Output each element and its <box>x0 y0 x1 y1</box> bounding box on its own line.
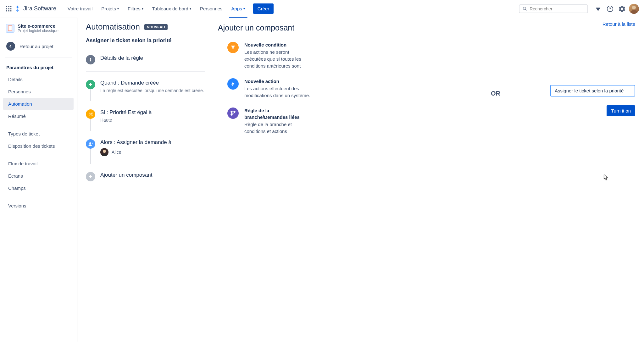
project-icon <box>6 24 14 33</box>
step-if[interactable]: Si : Priorité Est égal à Haute <box>86 106 205 126</box>
sidebar-item-workflow[interactable]: Flux de travail <box>3 157 74 170</box>
project-header: Site e-commerce Projet logiciel classiqu… <box>1 20 75 37</box>
search-box[interactable] <box>519 4 588 13</box>
info-icon <box>86 55 95 64</box>
nav-people[interactable]: Personnes <box>196 4 226 13</box>
svg-rect-0 <box>6 6 7 7</box>
sidebar-item-details[interactable]: Détails <box>3 73 74 86</box>
turn-it-on-button[interactable]: Turn it on <box>607 105 635 116</box>
svg-rect-8 <box>10 10 11 11</box>
nav-dashboards[interactable]: Tableaux de bord▾ <box>148 4 195 13</box>
back-to-project[interactable]: Retour au projet <box>1 37 75 55</box>
component-branch-rule[interactable]: Règle de la branche/Demandes liées Règle… <box>218 108 491 135</box>
profile-avatar[interactable] <box>629 4 639 14</box>
sidebar-item-screens[interactable]: Écrans <box>3 170 74 182</box>
cursor-pointer-icon <box>603 174 609 182</box>
sidebar-item-summary[interactable]: Résumé <box>3 110 74 122</box>
component-new-condition[interactable]: Nouvelle condition Les actions ne seront… <box>218 42 491 69</box>
svg-rect-3 <box>6 8 7 9</box>
project-name: Site e-commerce <box>18 23 58 29</box>
nav-apps[interactable]: Apps▾ <box>228 4 249 13</box>
chevron-down-icon: ▾ <box>142 7 143 10</box>
svg-rect-6 <box>6 10 7 11</box>
rule-name-input[interactable] <box>550 85 635 97</box>
new-lozenge: NOUVEAU <box>144 24 168 30</box>
search-input[interactable] <box>530 6 584 11</box>
rule-subtitle: Assigner le ticket selon la priorité <box>86 37 205 44</box>
or-label: OR <box>491 88 500 99</box>
product-name: Jira Software <box>23 5 56 12</box>
page-title: Automatisation <box>86 22 140 32</box>
sidebar-item-layout[interactable]: Disposition des tickets <box>3 140 74 152</box>
notifications-icon[interactable] <box>593 4 603 14</box>
search-icon <box>523 6 527 11</box>
svg-rect-7 <box>8 10 9 11</box>
sidebar-item-versions[interactable]: Versions <box>3 200 74 212</box>
assign-user-icon <box>86 139 95 149</box>
sidebar-item-people[interactable]: Personnes <box>3 86 74 98</box>
chevron-down-icon: ▾ <box>243 7 245 10</box>
svg-rect-15 <box>90 59 91 62</box>
svg-point-20 <box>103 150 106 153</box>
step-then[interactable]: Alors : Assigner la demande à Alice <box>86 136 205 159</box>
nav-projects[interactable]: Projets▾ <box>97 4 123 13</box>
assignee-name: Alice <box>112 150 121 155</box>
svg-point-25 <box>231 114 232 116</box>
settings-icon[interactable] <box>617 4 627 14</box>
svg-rect-4 <box>8 8 9 9</box>
svg-point-18 <box>89 142 91 144</box>
back-to-list-link[interactable]: Retour à la liste <box>602 21 635 27</box>
bolt-icon <box>227 78 239 90</box>
sidebar-item-automation[interactable]: Automation <box>3 98 74 110</box>
svg-rect-1 <box>8 6 9 7</box>
filter-icon <box>227 42 239 53</box>
sidebar-heading: Paramètres du projet <box>1 60 75 73</box>
nav-your-work[interactable]: Votre travail <box>64 4 96 13</box>
sidebar-item-issuetypes[interactable]: Types de ticket <box>3 128 74 140</box>
back-arrow-icon <box>6 42 15 51</box>
shuffle-icon <box>86 109 95 119</box>
svg-point-23 <box>231 111 232 113</box>
add-icon <box>86 172 95 181</box>
svg-text:?: ? <box>609 6 611 11</box>
sidebar-item-fields[interactable]: Champs <box>3 182 74 194</box>
svg-line-10 <box>525 9 527 10</box>
svg-rect-5 <box>10 8 11 9</box>
svg-point-13 <box>632 6 636 9</box>
plus-circle-icon <box>86 80 95 89</box>
step-rule-details[interactable]: Détails de la règle <box>86 52 205 68</box>
assignee-avatar <box>100 148 108 156</box>
product-logo[interactable]: Jira Software <box>14 5 56 12</box>
svg-rect-2 <box>10 6 11 7</box>
svg-point-24 <box>234 111 235 113</box>
nav-filters[interactable]: Filtres▾ <box>124 4 147 13</box>
app-switcher-icon[interactable] <box>5 5 13 13</box>
project-type: Projet logiciel classique <box>18 29 58 33</box>
help-icon[interactable]: ? <box>605 4 615 14</box>
svg-point-9 <box>523 7 526 9</box>
chevron-down-icon: ▾ <box>117 7 119 10</box>
branch-icon <box>227 108 239 119</box>
step-when[interactable]: Quand : Demande créée La règle est exécu… <box>86 77 205 97</box>
components-title: Ajouter un composant <box>218 23 491 32</box>
svg-point-14 <box>90 58 91 59</box>
create-button[interactable]: Créer <box>253 3 274 14</box>
chevron-down-icon: ▾ <box>190 7 191 10</box>
step-add-component[interactable]: Ajouter un composant <box>86 169 205 185</box>
component-new-action[interactable]: Nouvelle action Les actions effectuent d… <box>218 78 491 99</box>
